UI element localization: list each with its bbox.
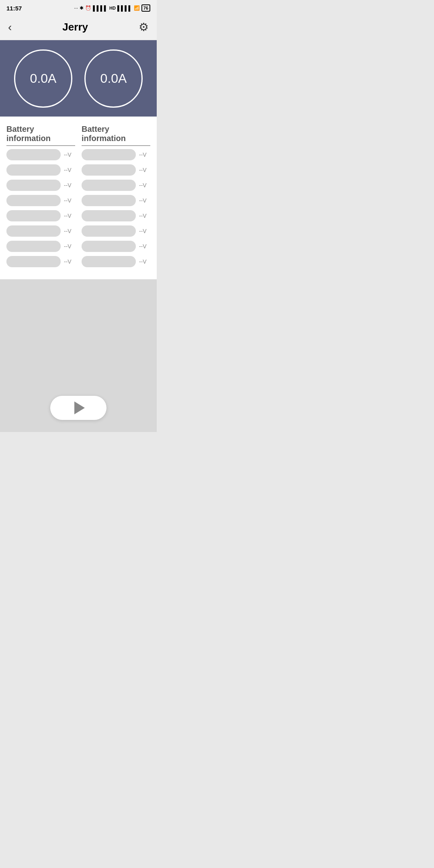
right-label-1: --V — [139, 151, 150, 158]
right-bar-8 — [82, 256, 136, 267]
left-battery-column: Battery information --V --V --V --V --V — [6, 125, 75, 271]
right-amp-circle: 0.0A — [84, 49, 143, 108]
right-bar-6 — [82, 225, 136, 237]
right-label-6: --V — [139, 228, 150, 234]
signal3-icon: ▌▌▌▌ — [117, 5, 132, 11]
left-row-4: --V — [6, 195, 75, 206]
page-title: Jerry — [62, 21, 88, 33]
bluetooth-icon: ✱ — [80, 5, 84, 11]
left-label-3: --V — [64, 182, 75, 188]
header: ‹ Jerry ⚙ — [0, 14, 157, 40]
play-button[interactable] — [50, 396, 106, 420]
left-row-1: --V — [6, 149, 75, 160]
left-label-4: --V — [64, 197, 75, 204]
left-row-7: --V — [6, 241, 75, 252]
right-row-1: --V — [82, 149, 150, 160]
right-label-5: --V — [139, 213, 150, 219]
left-label-7: --V — [64, 243, 75, 250]
right-bar-3 — [82, 180, 136, 191]
right-battery-column: Battery information --V --V --V --V --V — [82, 125, 150, 271]
left-row-5: --V — [6, 210, 75, 221]
right-row-5: --V — [82, 210, 150, 221]
left-label-6: --V — [64, 228, 75, 234]
left-label-5: --V — [64, 213, 75, 219]
right-label-7: --V — [139, 243, 150, 250]
right-bar-2 — [82, 164, 136, 176]
right-amp-value: 0.0A — [100, 71, 127, 86]
current-banner: 0.0A 0.0A — [0, 40, 157, 117]
left-bar-1 — [6, 149, 61, 160]
left-bar-2 — [6, 164, 61, 176]
wifi-icon: 📶 — [134, 5, 140, 11]
dots-icon: ··· — [74, 5, 78, 11]
status-icons: ··· ✱ ⏰ ▌▌▌▌ HD ▌▌▌▌ 📶 76 — [74, 4, 150, 12]
right-label-3: --V — [139, 182, 150, 188]
left-bar-3 — [6, 180, 61, 191]
left-battery-title: Battery information — [6, 125, 75, 146]
right-row-6: --V — [82, 225, 150, 237]
bottom-area — [0, 279, 157, 432]
play-icon — [74, 401, 85, 414]
left-bar-5 — [6, 210, 61, 221]
left-amp-value: 0.0A — [30, 71, 57, 86]
left-label-8: --V — [64, 258, 75, 265]
left-row-8: --V — [6, 256, 75, 267]
left-label-2: --V — [64, 167, 75, 173]
left-amp-circle: 0.0A — [14, 49, 72, 108]
right-bar-1 — [82, 149, 136, 160]
right-bar-5 — [82, 210, 136, 221]
right-row-4: --V — [82, 195, 150, 206]
right-bar-4 — [82, 195, 136, 206]
battery-status-icon: 76 — [141, 4, 150, 12]
right-label-2: --V — [139, 167, 150, 173]
right-label-4: --V — [139, 197, 150, 204]
status-time: 11:57 — [6, 5, 22, 12]
left-bar-4 — [6, 195, 61, 206]
right-battery-title: Battery information — [82, 125, 150, 146]
back-button[interactable]: ‹ — [8, 22, 12, 33]
right-row-2: --V — [82, 164, 150, 176]
left-bar-8 — [6, 256, 61, 267]
right-row-3: --V — [82, 180, 150, 191]
right-label-8: --V — [139, 258, 150, 265]
battery-content: Battery information --V --V --V --V --V — [0, 117, 157, 279]
left-row-6: --V — [6, 225, 75, 237]
signal2-icon: HD — [109, 6, 116, 10]
left-row-3: --V — [6, 180, 75, 191]
battery-columns: Battery information --V --V --V --V --V — [6, 125, 150, 271]
alarm-icon: ⏰ — [85, 5, 91, 11]
status-bar: 11:57 ··· ✱ ⏰ ▌▌▌▌ HD ▌▌▌▌ 📶 76 — [0, 0, 157, 14]
right-row-8: --V — [82, 256, 150, 267]
left-bar-7 — [6, 241, 61, 252]
left-row-2: --V — [6, 164, 75, 176]
signal1-icon: ▌▌▌▌ — [93, 5, 108, 11]
right-row-7: --V — [82, 241, 150, 252]
left-bar-6 — [6, 225, 61, 237]
settings-button[interactable]: ⚙ — [139, 20, 149, 34]
right-bar-7 — [82, 241, 136, 252]
left-label-1: --V — [64, 151, 75, 158]
